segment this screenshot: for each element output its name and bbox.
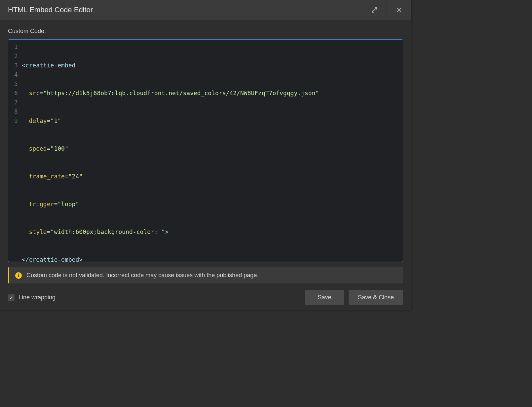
code-token: frame_rate <box>22 173 65 180</box>
code-token: "width:600px;background-color: " <box>51 228 165 235</box>
notice-text: Custom code is not validated. Incorrect … <box>26 272 258 279</box>
code-content[interactable]: <creattie-embed src="https://d1k5j68ob7c… <box>22 40 403 262</box>
checkbox-label: Line wrapping <box>19 294 56 301</box>
code-token: src <box>22 90 40 96</box>
close-icon <box>396 7 402 13</box>
save-close-button[interactable]: Save & Close <box>349 290 403 305</box>
line-number: 1 <box>14 42 18 52</box>
code-token: > <box>165 228 169 235</box>
line-number: 5 <box>14 79 18 89</box>
code-token: "1" <box>51 117 61 124</box>
code-token: "100" <box>51 145 68 152</box>
code-token: = <box>65 173 68 180</box>
modal-footer: ✓ Line wrapping Save Save & Close <box>8 290 403 305</box>
modal-title: HTML Embed Code Editor <box>8 6 362 14</box>
code-token: = <box>54 201 57 207</box>
line-gutter: 1 2 3 4 5 6 7 8 9 <box>8 40 22 262</box>
expand-button[interactable] <box>362 0 387 20</box>
code-token: trigger <box>22 201 54 207</box>
code-token: delay <box>22 117 47 124</box>
modal-body: Custom Code: 1 2 3 4 5 6 7 8 9 <creattie… <box>0 20 411 312</box>
line-number: 6 <box>14 89 18 98</box>
line-number: 8 <box>14 107 18 116</box>
code-token: <creattie-embed <box>22 62 76 69</box>
line-number: 2 <box>14 52 18 61</box>
line-number: 3 <box>14 61 18 70</box>
line-number: 7 <box>14 98 18 107</box>
info-icon: i <box>15 272 22 279</box>
code-editor[interactable]: 1 2 3 4 5 6 7 8 9 <creattie-embed src="h… <box>8 39 403 262</box>
line-wrapping-toggle[interactable]: ✓ Line wrapping <box>8 294 56 301</box>
embed-editor-modal: HTML Embed Code Editor Custom Code: 1 2 … <box>0 0 411 310</box>
code-token: "24" <box>68 173 83 180</box>
expand-icon <box>371 7 378 13</box>
modal-titlebar: HTML Embed Code Editor <box>0 0 411 20</box>
code-token: style <box>22 228 47 235</box>
code-token: </creattie-embed> <box>22 256 83 262</box>
line-number: 4 <box>14 70 18 79</box>
code-token: speed <box>22 145 47 152</box>
checkbox-icon: ✓ <box>8 294 15 301</box>
code-token: = <box>40 90 43 96</box>
code-token: "https://d1k5j68ob7clqb.cloudfront.net/s… <box>43 90 319 96</box>
close-button[interactable] <box>387 0 411 20</box>
save-button[interactable]: Save <box>305 290 344 305</box>
code-token: = <box>47 228 51 235</box>
validation-notice: i Custom code is not validated. Incorrec… <box>8 267 403 283</box>
code-token: = <box>47 145 51 152</box>
code-label: Custom Code: <box>8 28 403 35</box>
code-token: = <box>47 117 51 124</box>
line-number: 9 <box>14 116 18 126</box>
code-token: "loop" <box>57 201 79 207</box>
